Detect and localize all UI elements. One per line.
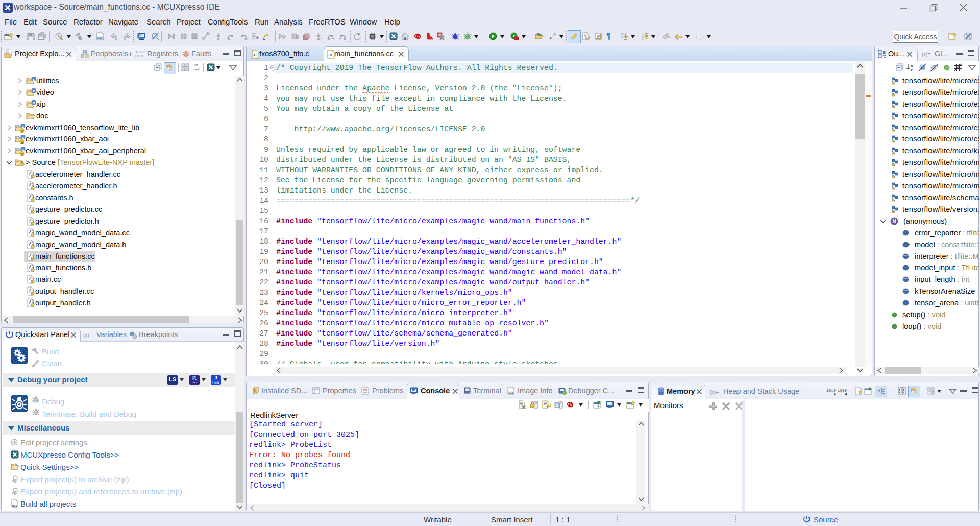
svg-text:010: 010 (509, 391, 514, 394)
svg-text:c: c (33, 77, 35, 82)
svg-text:1010: 1010 (838, 389, 847, 393)
svg-text:c: c (22, 124, 24, 129)
svg-text:c: c (22, 135, 24, 140)
svg-text:c: c (22, 147, 24, 152)
svg-text:010: 010 (97, 36, 103, 40)
svg-text:010: 010 (12, 504, 18, 507)
svg-text:c: c (908, 242, 910, 245)
svg-text:N: N (893, 219, 896, 224)
svg-text:(x)=: (x)= (922, 52, 931, 57)
svg-text:(x)=: (x)= (710, 389, 719, 395)
svg-text:z: z (911, 68, 913, 73)
svg-text:1010: 1010 (826, 389, 836, 393)
svg-text:.c: .c (253, 52, 257, 57)
svg-text:.c: .c (328, 52, 332, 57)
svg-text:c: c (33, 101, 35, 105)
svg-text:c: c (33, 89, 35, 93)
svg-text:(x)=: (x)= (83, 332, 92, 338)
